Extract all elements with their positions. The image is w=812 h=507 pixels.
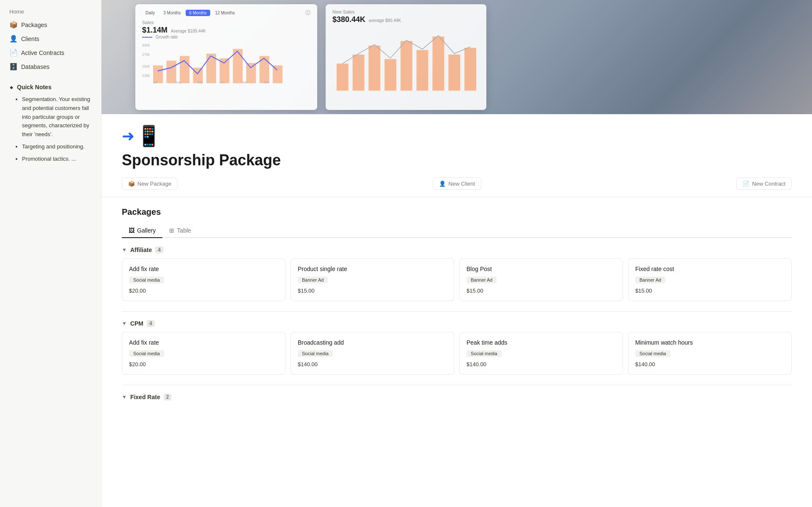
svg-text:Nov: Nov <box>242 80 247 84</box>
sidebar-item-packages[interactable]: 📦 Packages <box>5 18 96 31</box>
card-affiliate-1[interactable]: Add fix rate Social media $20.00 <box>122 258 285 301</box>
new-contract-button[interactable]: 📄 New Contract <box>736 178 792 190</box>
bar-chart-svg <box>332 27 480 95</box>
card-badge: Banner Ad <box>298 277 328 283</box>
table-tab-icon: ⊞ <box>169 227 174 234</box>
card-affiliate-4[interactable]: Fixed rate cost Banner Ad $15.00 <box>628 258 792 301</box>
packages-section-title: Packages <box>122 207 792 217</box>
phone-icon: 📱 <box>136 124 162 148</box>
legend-label: Growth rate <box>156 35 178 39</box>
svg-text:225k: 225k <box>142 74 150 78</box>
card-title: Fixed rate cost <box>635 266 785 272</box>
svg-text:250k: 250k <box>142 64 150 69</box>
card-price: $20.00 <box>129 361 278 367</box>
card-title: Add fix rate <box>129 266 278 272</box>
card-cpm-2[interactable]: Broadcasting add Social media $140.00 <box>291 332 454 375</box>
chevron-fixed-rate: ▼ <box>122 394 127 400</box>
sidebar-item-databases[interactable]: 🗄️ Databases <box>5 60 96 73</box>
svg-rect-28 <box>464 48 476 90</box>
page-header: ➜ 📱 Sponsorship Package <box>102 114 812 178</box>
chart2-value: $380.44K <box>332 15 365 24</box>
svg-rect-27 <box>448 55 460 90</box>
card-cpm-4[interactable]: Minimum watch hours Social media $140.00 <box>628 332 792 375</box>
svg-rect-22 <box>369 46 381 91</box>
main-content: Daily 3 Months 6 Months 12 Months ⓘ Sale… <box>102 0 812 507</box>
quick-notes-section: ⬥ Quick Notes Segmentation. Your existin… <box>0 77 101 172</box>
group-fixed-rate-label: Fixed Rate <box>130 394 160 400</box>
page-icon-container: ➜ 📱 <box>122 124 792 148</box>
gallery-tab-label: Gallery <box>137 227 156 234</box>
quick-note-item-1: Segmentation. Your existing and potentia… <box>22 95 92 139</box>
affiliate-cards-grid: Add fix rate Social media $20.00 Product… <box>122 258 792 301</box>
new-client-icon: 👤 <box>439 181 446 187</box>
affiliate-divider <box>122 311 792 312</box>
card-cpm-3[interactable]: Peak time adds Social media $140.00 <box>459 332 623 375</box>
chart-legend: Growth rate <box>142 35 310 39</box>
new-client-label: New Client <box>448 181 475 187</box>
card-affiliate-2[interactable]: Product single rate Banner Ad $15.00 <box>291 258 454 301</box>
chart-title: Sales <box>142 20 310 25</box>
card-title: Add fix rate <box>129 339 278 346</box>
new-contract-label: New Contract <box>752 181 785 187</box>
table-tab-label: Table <box>177 227 191 234</box>
group-affiliate[interactable]: ▼ Affiliate 4 <box>122 247 792 253</box>
tab-table[interactable]: ⊞ Table <box>162 224 198 238</box>
page-title: Sponsorship Package <box>122 151 792 169</box>
hero-chart-panel-2: New Sales $380.44K average $90.44K <box>326 4 486 110</box>
card-badge: Banner Ad <box>466 277 497 283</box>
card-price: $140.00 <box>635 361 785 367</box>
card-badge: Banner Ad <box>635 277 665 283</box>
active-contracts-icon: 📄 <box>9 49 18 57</box>
chart-tab-daily[interactable]: Daily <box>142 10 158 16</box>
new-client-button[interactable]: 👤 New Client <box>433 178 481 190</box>
group-cpm[interactable]: ▼ CPM 4 <box>122 320 792 327</box>
card-badge: Social media <box>129 350 164 357</box>
card-price: $140.00 <box>298 361 447 367</box>
quick-note-item-3: Promotional tactics. ... <box>22 155 92 164</box>
svg-text:Aug: Aug <box>176 80 181 84</box>
quick-note-item-2: Targeting and positioning. <box>22 143 92 151</box>
sidebar-home[interactable]: Home <box>5 7 96 18</box>
svg-text:300k: 300k <box>142 43 150 47</box>
chart-tabs: Daily 3 Months 6 Months 12 Months ⓘ <box>142 9 310 16</box>
toolbar: 📦 New Package 👤 New Client 📄 New Contrac… <box>102 178 812 197</box>
svg-text:Dec: Dec <box>264 80 269 84</box>
card-affiliate-3[interactable]: Blog Post Banner Ad $15.00 <box>459 258 623 301</box>
databases-icon: 🗄️ <box>9 63 18 71</box>
svg-rect-26 <box>433 36 444 90</box>
card-title: Peak time adds <box>466 339 616 346</box>
sidebar-label-clients: Clients <box>21 36 39 42</box>
new-package-icon: 📦 <box>128 181 135 187</box>
sidebar-item-active-contracts[interactable]: 📄 Active Contracts <box>5 46 96 59</box>
legend-line <box>142 37 152 38</box>
sidebar-item-clients[interactable]: 👤 Clients <box>5 32 96 45</box>
chart-value: $1.14M <box>142 26 167 35</box>
clients-icon: 👤 <box>9 35 18 43</box>
card-price: $15.00 <box>298 288 447 294</box>
quick-notes-content: Segmentation. Your existing and potentia… <box>5 93 96 169</box>
svg-text:275k: 275k <box>142 52 150 57</box>
card-badge: Social media <box>635 350 670 357</box>
chart-tab-12months[interactable]: 12 Months <box>212 10 239 16</box>
new-package-button[interactable]: 📦 New Package <box>122 178 178 190</box>
cpm-divider <box>122 385 792 385</box>
svg-rect-20 <box>337 63 348 90</box>
tab-gallery[interactable]: 🖼 Gallery <box>122 224 162 238</box>
svg-rect-21 <box>353 55 365 90</box>
sidebar: Home 📦 Packages 👤 Clients 📄 Active Contr… <box>0 0 102 507</box>
chart-tab-3months[interactable]: 3 Months <box>160 10 184 16</box>
chevron-affiliate: ▼ <box>122 247 127 253</box>
hero-chart-panel-1: Daily 3 Months 6 Months 12 Months ⓘ Sale… <box>135 4 317 110</box>
new-contract-icon: 📄 <box>743 181 749 187</box>
group-affiliate-label: Affiliate <box>130 247 152 253</box>
quick-notes-header[interactable]: ⬥ Quick Notes <box>5 81 96 93</box>
group-fixed-rate[interactable]: ▼ Fixed Rate 2 <box>122 394 792 400</box>
card-cpm-1[interactable]: Add fix rate Social media $20.00 <box>122 332 285 375</box>
svg-rect-5 <box>167 60 176 83</box>
svg-rect-6 <box>180 56 189 83</box>
chart-tab-6months[interactable]: 6 Months <box>186 10 210 16</box>
view-tabs: 🖼 Gallery ⊞ Table <box>122 224 792 238</box>
sidebar-label-databases: Databases <box>21 63 49 70</box>
chart2-avg: average $90.44K <box>369 18 401 23</box>
svg-rect-23 <box>384 59 396 91</box>
